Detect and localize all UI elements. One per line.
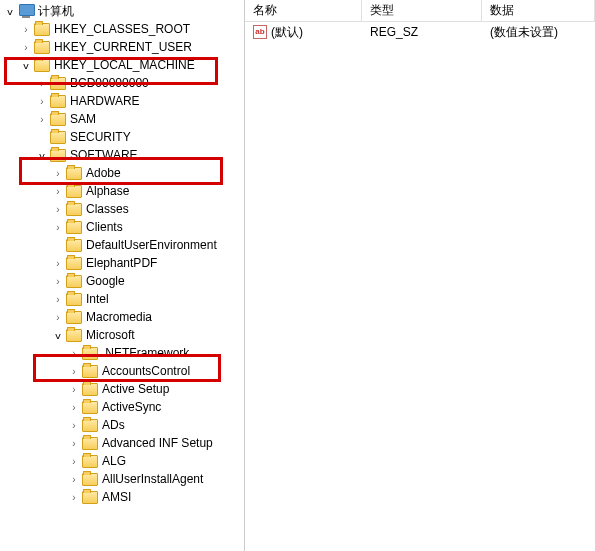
chevron-right-icon[interactable]: › bbox=[68, 384, 80, 395]
folder-icon bbox=[66, 221, 82, 234]
tree-label: HKEY_LOCAL_MACHINE bbox=[54, 58, 195, 72]
tree-label: Classes bbox=[86, 202, 129, 216]
chevron-right-icon[interactable]: › bbox=[68, 420, 80, 431]
list-header: 名称 类型 数据 bbox=[245, 0, 595, 22]
folder-icon bbox=[82, 455, 98, 468]
folder-icon bbox=[82, 473, 98, 486]
tree-label: Google bbox=[86, 274, 125, 288]
tree-node-google[interactable]: › Google bbox=[0, 272, 244, 290]
tree-label: DefaultUserEnvironment bbox=[86, 238, 217, 252]
chevron-right-icon[interactable]: › bbox=[68, 348, 80, 359]
chevron-right-icon[interactable]: › bbox=[20, 42, 32, 53]
tree-label: Microsoft bbox=[86, 328, 135, 342]
tree-label: HKEY_CLASSES_ROOT bbox=[54, 22, 190, 36]
chevron-down-icon[interactable]: ⅴ bbox=[4, 6, 16, 17]
chevron-down-icon[interactable]: ⅴ bbox=[20, 60, 32, 71]
tree-label: ElephantPDF bbox=[86, 256, 157, 270]
chevron-right-icon[interactable]: › bbox=[68, 438, 80, 449]
chevron-right-icon[interactable]: › bbox=[36, 114, 48, 125]
value-name: (默认) bbox=[271, 24, 303, 41]
tree-label: Advanced INF Setup bbox=[102, 436, 213, 450]
folder-icon bbox=[50, 77, 66, 90]
tree-label: Alphase bbox=[86, 184, 129, 198]
tree-node-hkcr[interactable]: › HKEY_CLASSES_ROOT bbox=[0, 20, 244, 38]
tree-node-allusr[interactable]: › AllUserInstallAgent bbox=[0, 470, 244, 488]
folder-icon bbox=[66, 293, 82, 306]
tree-node-actset[interactable]: › Active Setup bbox=[0, 380, 244, 398]
chevron-right-icon[interactable]: › bbox=[68, 492, 80, 503]
chevron-right-icon[interactable]: › bbox=[52, 204, 64, 215]
tree-label: Active Setup bbox=[102, 382, 169, 396]
tree-node-actsync[interactable]: › ActiveSync bbox=[0, 398, 244, 416]
folder-icon bbox=[66, 329, 82, 342]
column-header-data[interactable]: 数据 bbox=[482, 0, 595, 21]
folder-icon bbox=[82, 347, 98, 360]
tree-node-accctl[interactable]: › AccountsControl bbox=[0, 362, 244, 380]
chevron-right-icon[interactable]: › bbox=[36, 78, 48, 89]
folder-icon bbox=[50, 149, 66, 162]
tree-node-macromedia[interactable]: › Macromedia bbox=[0, 308, 244, 326]
tree-node-advinf[interactable]: › Advanced INF Setup bbox=[0, 434, 244, 452]
folder-icon bbox=[66, 275, 82, 288]
tree-label: Macromedia bbox=[86, 310, 152, 324]
chevron-right-icon[interactable]: › bbox=[52, 168, 64, 179]
chevron-right-icon[interactable]: › bbox=[52, 312, 64, 323]
tree-node-alphase[interactable]: › Alphase bbox=[0, 182, 244, 200]
chevron-right-icon[interactable]: › bbox=[68, 474, 80, 485]
chevron-right-icon[interactable]: › bbox=[68, 402, 80, 413]
chevron-right-icon[interactable]: › bbox=[52, 294, 64, 305]
tree-node-alg[interactable]: › ALG bbox=[0, 452, 244, 470]
tree-node-adobe[interactable]: › Adobe bbox=[0, 164, 244, 182]
tree-node-microsoft[interactable]: ⅴ Microsoft bbox=[0, 326, 244, 344]
chevron-down-icon[interactable]: ⅴ bbox=[36, 150, 48, 161]
tree-node-clients[interactable]: › Clients bbox=[0, 218, 244, 236]
list-row[interactable]: ab (默认) REG_SZ (数值未设置) bbox=[245, 22, 595, 42]
column-header-name[interactable]: 名称 bbox=[245, 0, 362, 21]
tree-node-amsi[interactable]: › AMSI bbox=[0, 488, 244, 506]
folder-icon bbox=[82, 491, 98, 504]
registry-values-pane[interactable]: 名称 类型 数据 ab (默认) REG_SZ (数值未设置) bbox=[245, 0, 595, 551]
chevron-right-icon[interactable]: › bbox=[52, 258, 64, 269]
tree-node-intel[interactable]: › Intel bbox=[0, 290, 244, 308]
registry-tree[interactable]: ⅴ 计算机 › HKEY_CLASSES_ROOT › HKEY_CURRENT… bbox=[0, 0, 245, 551]
tree-node-classes[interactable]: › Classes bbox=[0, 200, 244, 218]
chevron-right-icon[interactable]: › bbox=[52, 222, 64, 233]
chevron-right-icon[interactable]: › bbox=[36, 96, 48, 107]
tree-label: Clients bbox=[86, 220, 123, 234]
column-header-type[interactable]: 类型 bbox=[362, 0, 482, 21]
tree-node-security[interactable]: › SECURITY bbox=[0, 128, 244, 146]
tree-node-hardware[interactable]: › HARDWARE bbox=[0, 92, 244, 110]
chevron-right-icon[interactable]: › bbox=[20, 24, 32, 35]
tree-node-bcd[interactable]: › BCD00000000 bbox=[0, 74, 244, 92]
tree-label: BCD00000000 bbox=[70, 76, 149, 90]
tree-node-hkcu[interactable]: › HKEY_CURRENT_USER bbox=[0, 38, 244, 56]
tree-label: Adobe bbox=[86, 166, 121, 180]
chevron-right-icon[interactable]: › bbox=[52, 186, 64, 197]
tree-label: AccountsControl bbox=[102, 364, 190, 378]
value-data: (数值未设置) bbox=[482, 24, 595, 41]
folder-icon bbox=[66, 239, 82, 252]
tree-node-elephant[interactable]: › ElephantPDF bbox=[0, 254, 244, 272]
tree-label: AllUserInstallAgent bbox=[102, 472, 203, 486]
chevron-right-icon[interactable]: › bbox=[68, 366, 80, 377]
tree-label: ALG bbox=[102, 454, 126, 468]
chevron-down-icon[interactable]: ⅴ bbox=[52, 330, 64, 341]
tree-node-netfw[interactable]: › .NETFramework bbox=[0, 344, 244, 362]
folder-icon bbox=[66, 203, 82, 216]
tree-label: SAM bbox=[70, 112, 96, 126]
tree-node-hklm[interactable]: ⅴ HKEY_LOCAL_MACHINE bbox=[0, 56, 244, 74]
tree-node-due[interactable]: › DefaultUserEnvironment bbox=[0, 236, 244, 254]
tree-label: Intel bbox=[86, 292, 109, 306]
chevron-right-icon[interactable]: › bbox=[52, 276, 64, 287]
tree-node-ads[interactable]: › ADs bbox=[0, 416, 244, 434]
tree-label: HKEY_CURRENT_USER bbox=[54, 40, 192, 54]
folder-icon bbox=[50, 95, 66, 108]
tree-node-software[interactable]: ⅴ SOFTWARE bbox=[0, 146, 244, 164]
tree-label: ADs bbox=[102, 418, 125, 432]
computer-icon bbox=[18, 4, 34, 18]
tree-label: 计算机 bbox=[38, 3, 74, 20]
tree-node-sam[interactable]: › SAM bbox=[0, 110, 244, 128]
chevron-right-icon[interactable]: › bbox=[68, 456, 80, 467]
folder-icon bbox=[82, 401, 98, 414]
tree-node-computer[interactable]: ⅴ 计算机 bbox=[0, 2, 244, 20]
